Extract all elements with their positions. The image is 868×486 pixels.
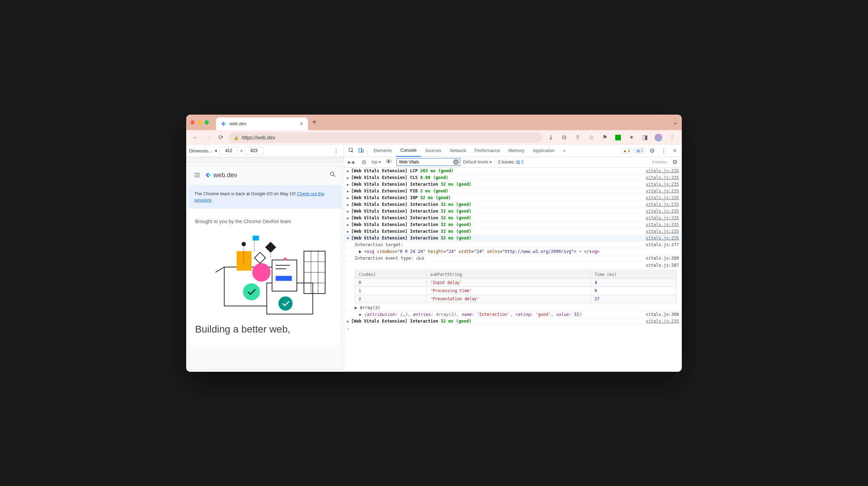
avatar-icon[interactable] <box>653 133 664 143</box>
source-link[interactable]: vitals.js:235 <box>646 189 679 193</box>
dimensions-dropdown-icon[interactable]: ▾ <box>215 148 217 154</box>
extensions-icon[interactable]: ✦ <box>626 133 637 143</box>
hamburger-icon[interactable] <box>194 172 201 179</box>
source-link[interactable]: vitals.js:280 <box>646 256 679 261</box>
search-icon[interactable] <box>329 171 336 179</box>
clear-console-icon[interactable]: ⊘ <box>359 157 369 167</box>
issues-label[interactable]: 2 Issues: ▤ 2 <box>498 160 523 164</box>
source-link[interactable]: vitals.js:235 <box>646 222 679 227</box>
console-prompt[interactable]: › <box>344 325 682 332</box>
settings-icon[interactable]: ⚙ <box>647 146 657 156</box>
back-button[interactable]: ← <box>190 133 200 143</box>
source-link[interactable]: vitals.js:235 <box>646 175 679 180</box>
table-row: 0'Input delay'4 <box>355 278 677 287</box>
inspect-icon[interactable] <box>346 147 356 154</box>
source-link[interactable]: vitals.js:235 <box>646 236 679 241</box>
hidden-count: 4 hidden <box>652 160 667 164</box>
clear-filter-icon[interactable]: × <box>453 159 459 165</box>
svg-element[interactable]: ▶ <svg viewBox="0 0 24 24" height="24" w… <box>344 248 682 255</box>
tab-console[interactable]: Console <box>396 145 421 157</box>
reload-button[interactable]: ⟳ <box>216 133 226 143</box>
console-log-row[interactable]: ▶ [Web Vitals Extension] Interaction 32 … <box>344 201 682 208</box>
flag-icon[interactable]: ⚑ <box>599 133 610 143</box>
attribution-object[interactable]: ▶ {attribution: {…}, entries: Array(1), … <box>344 311 682 318</box>
console-sidebar-icon[interactable]: ▸◂ <box>346 157 356 167</box>
context-selector[interactable]: top ▾ <box>372 160 381 164</box>
interaction-target: Interaction target:vitals.js:277 <box>344 242 682 248</box>
source-link[interactable]: vitals.js:235 <box>646 168 679 173</box>
svg-point-0 <box>330 172 334 175</box>
devtools-menu-icon[interactable]: ⋮ <box>658 146 668 156</box>
source-link[interactable]: vitals.js:235 <box>646 182 679 187</box>
source-link[interactable]: vitals.js:308 <box>646 312 679 317</box>
tabs-dropdown-icon[interactable]: ⌄ <box>673 119 678 126</box>
bookmark-icon[interactable]: ☆ <box>586 133 597 143</box>
source-link[interactable]: vitals.js:235 <box>646 195 679 200</box>
new-tab-button[interactable]: + <box>312 118 316 126</box>
share-icon[interactable]: ⇧ <box>572 133 583 143</box>
source-link[interactable]: vitals.js:287 <box>646 263 679 268</box>
banner-text: The Chrome team is back at Google I/O on… <box>194 191 297 196</box>
svg-point-3 <box>252 263 271 282</box>
source-link[interactable]: vitals.js:277 <box>646 242 679 247</box>
device-more-icon[interactable]: ⋮ <box>331 146 341 156</box>
browser-tab[interactable]: web.dev × <box>216 117 308 130</box>
console-log-row[interactable]: ▶ [Web Vitals Extension] Interaction 32 … <box>344 228 682 235</box>
webdev-logo[interactable]: web.dev <box>205 172 237 179</box>
maximize-window-button[interactable] <box>205 120 209 125</box>
dimensions-label[interactable]: Dimensio… <box>189 148 213 154</box>
close-window-button[interactable] <box>190 120 195 125</box>
webdev-logo-icon <box>205 172 211 178</box>
console-log-row[interactable]: ▶ [Web Vitals Extension] CLS 0.00 (good)… <box>344 174 682 181</box>
tab-application[interactable]: Application <box>529 145 559 157</box>
source-link[interactable]: vitals.js:235 <box>646 319 679 324</box>
console-filter-input[interactable] <box>396 158 460 166</box>
times-label: × <box>240 148 243 154</box>
download-icon[interactable]: ⤓ <box>545 133 556 143</box>
tab-sources[interactable]: Sources <box>421 145 446 157</box>
minimize-window-button[interactable] <box>198 120 202 125</box>
console-log-row[interactable]: ▶ [Web Vitals Extension] INP 32 ms (good… <box>344 195 682 201</box>
device-height-input[interactable] <box>245 147 263 155</box>
console-log-row[interactable]: ▶ [Web Vitals Extension] Interaction 32 … <box>344 215 682 221</box>
console-log-row[interactable]: ▶ [Web Vitals Extension] LCP 203 ms (goo… <box>344 168 682 174</box>
extension-green-icon[interactable] <box>612 133 624 143</box>
tabs-overflow[interactable]: » <box>559 145 570 157</box>
console-log-row[interactable]: ▶ [Web Vitals Extension] FID 2 ms (good)… <box>344 188 682 195</box>
console-settings-icon[interactable]: ⚙ <box>670 157 680 167</box>
device-width-input[interactable] <box>219 147 238 155</box>
source-link[interactable]: vitals.js:235 <box>646 209 679 214</box>
tab-elements[interactable]: Elements <box>369 145 396 157</box>
close-tab-icon[interactable]: × <box>300 121 303 127</box>
hero-title: Building a better web, <box>195 323 335 335</box>
menu-icon[interactable]: ⋮ <box>666 133 678 143</box>
url-text: https://web.dev <box>242 135 275 140</box>
console-log-row[interactable]: ▶ [Web Vitals Extension] Interaction 32 … <box>344 208 682 215</box>
sidepanel-icon[interactable]: ◨ <box>639 133 651 143</box>
message-badge[interactable]: ▤ 2 <box>634 148 646 154</box>
console-log-row[interactable]: ▶ [Web Vitals Extension] Interaction 32 … <box>344 318 682 325</box>
array-summary[interactable]: ▶ Array(3) <box>344 305 682 311</box>
console-log-row[interactable]: ▶ [Web Vitals Extension] Interaction 32 … <box>344 221 682 228</box>
forward-button[interactable]: → <box>203 133 213 143</box>
svg-rect-5 <box>265 242 276 253</box>
io-banner: The Chrome team is back at Google I/O on… <box>189 186 341 209</box>
device-toggle-icon[interactable] <box>356 147 366 154</box>
close-devtools-icon[interactable]: × <box>670 146 680 156</box>
tab-performance[interactable]: Performance <box>470 145 504 157</box>
warning-badge[interactable]: ▲ 4 <box>621 148 633 154</box>
tab-network[interactable]: Network <box>446 145 470 157</box>
lock-icon: 🔒 <box>234 135 239 140</box>
live-expression-icon[interactable]: 👁 <box>384 157 394 167</box>
console-log-row[interactable]: ▼ [Web Vitals Extension] Interaction 32 … <box>344 235 682 242</box>
console-log-row[interactable]: ▶ [Web Vitals Extension] Interaction 32 … <box>344 181 682 188</box>
log-levels-selector[interactable]: Default levels ▾ <box>463 160 492 164</box>
source-link[interactable]: vitals.js:235 <box>646 215 679 220</box>
url-field[interactable]: 🔒 https://web.dev <box>229 132 542 143</box>
source-link[interactable]: vitals.js:235 <box>646 202 679 207</box>
zoom-icon[interactable]: ⊖ <box>559 133 570 143</box>
table-row: 1'Processing time'0 <box>355 287 677 295</box>
source-link[interactable]: vitals.js:235 <box>646 229 679 234</box>
tab-memory[interactable]: Memory <box>504 145 529 157</box>
mobile-header: web.dev <box>189 165 341 186</box>
